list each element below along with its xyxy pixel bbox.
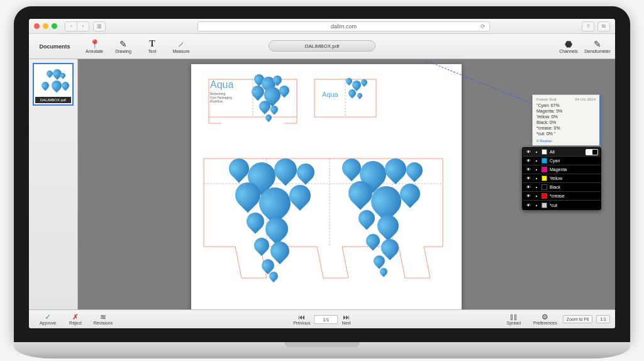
annotation-l2: Magenta: 5%: [536, 108, 596, 114]
close-window-icon[interactable]: [34, 23, 40, 29]
prev-page-button[interactable]: ⏮: [298, 313, 305, 321]
laptop-base: [14, 342, 630, 358]
channels-panel[interactable]: 👁 • All 👁•Cyan👁•Magenta👁•Yellow👁•Black👁•…: [522, 147, 601, 210]
next-page-button[interactable]: ⏭: [343, 313, 350, 321]
channel-row[interactable]: 👁•*cut: [523, 201, 601, 209]
screen-bezel: ‹ › ▥ dalim.com ⟳ ⇧ ⧉ Documents: [14, 6, 630, 342]
reject-button[interactable]: ✗ Reject: [62, 313, 89, 325]
thumbnail-preview: [35, 65, 71, 97]
eye-icon[interactable]: 👁: [525, 194, 531, 198]
annotation-l3: Yellow: 0%: [536, 114, 596, 119]
drop-icon: ⬣: [565, 40, 572, 48]
sidebar-toggle-button[interactable]: ▥: [93, 21, 106, 31]
app-footer: ✓ Approve ✗ Reject ≋ Revisions ⏮: [29, 309, 615, 328]
swatch: [541, 184, 547, 190]
bullet-icon: •: [534, 158, 539, 163]
tabs-button[interactable]: ⧉: [597, 21, 610, 31]
text-label: Text: [148, 49, 157, 53]
bullet-icon: •: [534, 167, 539, 172]
annotation-l5: *crease: 0%: [536, 125, 596, 131]
pencil-icon: ✎: [119, 40, 127, 48]
reject-label: Reject: [69, 321, 82, 325]
channel-row-all[interactable]: 👁 • All: [523, 148, 601, 157]
drawing-tool[interactable]: ✎ Drawing: [109, 40, 137, 53]
eye-icon[interactable]: 👁: [525, 185, 531, 189]
url-text: dalim.com: [331, 23, 357, 30]
brand-tagline: Refreshing Your Packaging Workflow: [210, 92, 232, 103]
swatch: [541, 158, 547, 164]
spread-icon: ⫿⫿: [510, 313, 518, 321]
channels-label: Channels: [559, 49, 578, 53]
channel-row[interactable]: 👁•Yellow: [523, 174, 601, 183]
swatch: [541, 193, 547, 199]
revisions-button[interactable]: ≋ Revisions: [89, 313, 117, 325]
channel-toggle[interactable]: [586, 149, 598, 155]
swatch: [541, 175, 547, 181]
pin-icon: 📍: [89, 40, 100, 48]
document-tab[interactable]: DALIMBOX.pdf: [269, 40, 375, 52]
x-icon: ✗: [72, 313, 79, 321]
channel-row[interactable]: 👁•Magenta: [523, 165, 601, 174]
channels-tool[interactable]: ⬣ Channels: [555, 40, 582, 53]
minimize-window-icon[interactable]: [43, 23, 48, 29]
bullet-icon: •: [534, 203, 539, 208]
thumbnail-label: DALIMBOX.pdf: [35, 97, 71, 103]
eye-icon[interactable]: 👁: [525, 203, 531, 208]
densitometer-tool[interactable]: ✎ Densitometer: [584, 40, 611, 53]
reload-icon[interactable]: ⟳: [480, 23, 486, 30]
fullscreen-window-icon[interactable]: [52, 23, 57, 29]
annotation-author: Franck Stoll: [536, 97, 557, 101]
laptop-frame: ‹ › ▥ dalim.com ⟳ ⇧ ⧉ Documents: [14, 6, 630, 358]
densitometer-label: Densitometer: [584, 49, 611, 53]
channel-label: Magenta: [550, 167, 598, 172]
prev-label: Previous: [293, 321, 310, 325]
channel-label: *cut: [550, 203, 598, 208]
channel-label: Cyan: [550, 158, 598, 163]
annotate-tool[interactable]: 📍 Annotate: [80, 40, 108, 53]
channel-row[interactable]: 👁•Black: [523, 183, 601, 192]
preferences-label: Preferences: [533, 321, 557, 325]
eye-icon[interactable]: 👁: [525, 167, 531, 172]
documents-header: Documents: [33, 43, 77, 50]
proofing-app: Documents 📍 Annotate ✎ Drawing T Text: [29, 34, 615, 328]
document-tab-label: DALIMBOX.pdf: [305, 43, 340, 49]
annotation-popup[interactable]: Franck Stoll 24 Oct 2014 "Cyan: 67% Mage…: [532, 94, 601, 146]
app-toolbar: Documents 📍 Annotate ✎ Drawing T Text: [29, 34, 615, 59]
share-button[interactable]: ⇧: [582, 21, 594, 31]
drawing-label: Drawing: [115, 49, 131, 53]
page-indicator[interactable]: 1/1: [314, 315, 338, 324]
text-icon: T: [149, 40, 155, 48]
brand-title: Aqua: [210, 79, 233, 91]
zoom-fit-button[interactable]: Zoom to Fit: [563, 315, 592, 323]
app-body: DALIMBOX.pdf Aqua: [29, 59, 615, 309]
canvas[interactable]: Aqua Refreshing Your Packaging Workflow: [78, 59, 615, 309]
eye-icon[interactable]: 👁: [525, 176, 531, 181]
preferences-button[interactable]: ⚙ Preferences: [531, 313, 559, 325]
measure-tool[interactable]: ⟋ Measure: [167, 40, 195, 53]
spread-button[interactable]: ⫿⫿ Spread: [500, 313, 528, 325]
channel-label: *crease: [550, 194, 598, 198]
swatch: [541, 203, 547, 208]
url-field[interactable]: dalim.com ⟳: [197, 21, 490, 31]
approve-button[interactable]: ✓ Approve: [34, 313, 62, 325]
zoom-11-button[interactable]: 1:1: [596, 315, 610, 323]
annotation-l4: Black: 0%: [536, 119, 596, 125]
nav-back-forward: ‹ ›: [65, 21, 89, 31]
back-button[interactable]: ‹: [65, 21, 77, 31]
bullet-icon: •: [534, 194, 539, 198]
revisions-label: Revisions: [94, 321, 113, 325]
stack-icon: ≋: [100, 313, 106, 321]
channel-row[interactable]: 👁•Cyan: [523, 157, 601, 165]
forward-button[interactable]: ›: [77, 21, 89, 31]
document-thumbnail[interactable]: DALIMBOX.pdf: [33, 63, 74, 106]
annotation-replies[interactable]: 0 Replies: [536, 139, 596, 143]
channel-row[interactable]: 👁•*crease: [523, 192, 601, 201]
measure-label: Measure: [172, 49, 189, 53]
text-tool[interactable]: T Text: [138, 40, 166, 53]
eye-icon[interactable]: 👁: [525, 158, 531, 163]
eye-icon[interactable]: 👁: [525, 150, 531, 154]
ruler-icon: ⟋: [177, 40, 186, 48]
annotation-date: 24 Oct 2014: [575, 97, 596, 101]
artboard: Aqua Refreshing Your Packaging Workflow: [191, 64, 462, 309]
bullet-icon: •: [534, 176, 539, 181]
